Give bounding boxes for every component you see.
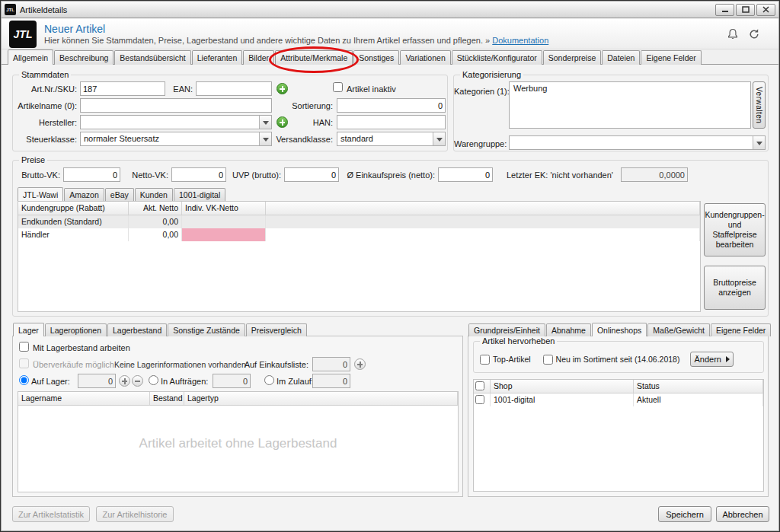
tab-beschreibung[interactable]: Beschreibung bbox=[54, 50, 113, 65]
han-input[interactable] bbox=[337, 115, 446, 129]
col-shop[interactable]: Shop bbox=[491, 380, 634, 393]
tab-dateien[interactable]: Dateien bbox=[602, 50, 640, 65]
top-artikel-label: Top-Artikel bbox=[493, 355, 531, 364]
table-row-endkunden[interactable]: Endkunden (Standard) 0,00 bbox=[18, 215, 700, 228]
auf-lager-plus-icon[interactable] bbox=[119, 375, 130, 387]
col-lagername[interactable]: Lagername bbox=[18, 392, 150, 405]
tab-sonstiges[interactable]: Sonstiges bbox=[353, 50, 399, 65]
im-zulauf-radio[interactable] bbox=[264, 375, 274, 385]
dropdown-arrow-icon[interactable] bbox=[753, 136, 765, 149]
tab-stueckliste-konfigurator[interactable]: Stückliste/Konfigurator bbox=[452, 50, 542, 65]
warengruppe-select[interactable] bbox=[509, 135, 766, 150]
kategorien-listbox[interactable]: Werbung bbox=[509, 81, 751, 129]
artikel-inaktiv-checkbox[interactable] bbox=[333, 82, 343, 92]
auf-lager-radio[interactable] bbox=[19, 375, 29, 385]
notification-bell-icon[interactable] bbox=[727, 28, 739, 40]
artnr-input[interactable] bbox=[80, 81, 165, 96]
speichern-button[interactable]: Speichern bbox=[658, 506, 711, 522]
kundengruppen-staffelpreise-button[interactable]: Kundengruppen- und Staffelpreise bearbei… bbox=[704, 203, 766, 256]
kategorisierung-group: Kategorisierung Kategorien (1): Werbung … bbox=[453, 75, 769, 151]
col-select-all[interactable] bbox=[474, 380, 491, 393]
table-row-haendler[interactable]: Händler 0,00 bbox=[18, 228, 700, 241]
cell-indiv-vk-netto-highlighted[interactable] bbox=[182, 228, 266, 241]
auf-lager-minus-icon[interactable] bbox=[132, 375, 143, 387]
einkaufspreis-input[interactable] bbox=[438, 167, 493, 182]
tab-variationen[interactable]: Variationen bbox=[400, 50, 450, 65]
tab-allgemein[interactable]: Allgemein bbox=[8, 49, 53, 65]
preistab-1001-digital[interactable]: 1001-digital bbox=[174, 188, 225, 201]
lagertab-preisvergleich[interactable]: Preisvergleich bbox=[246, 323, 307, 336]
lagertab-lageroptionen[interactable]: Lageroptionen bbox=[45, 323, 107, 336]
lagertab-sonstige-zustaende[interactable]: Sonstige Zustände bbox=[168, 323, 245, 336]
ean-input[interactable] bbox=[196, 81, 272, 96]
im-zulauf-input[interactable] bbox=[312, 374, 350, 388]
titlebar[interactable]: JTL Artikeldetails bbox=[2, 2, 778, 18]
shop-row-checkbox[interactable] bbox=[475, 395, 484, 404]
zur-artikelstatistik-button[interactable]: Zur Artikelstatistik bbox=[12, 506, 90, 522]
in-auftraegen-input[interactable] bbox=[213, 374, 251, 388]
cell-indiv-vk-netto[interactable] bbox=[182, 215, 266, 228]
steuerklasse-select[interactable]: normaler Steuersatz bbox=[80, 132, 272, 146]
netto-vk-input[interactable] bbox=[171, 167, 226, 182]
tab-eigene-felder[interactable]: Eigene Felder bbox=[641, 50, 701, 65]
shoptab-grundpreis-einheit[interactable]: Grundpreis/Einheit bbox=[468, 323, 545, 336]
shoptab-masse-gewicht[interactable]: Maße/Gewicht bbox=[647, 323, 710, 336]
auf-einkaufsliste-input[interactable] bbox=[312, 357, 350, 371]
tab-lieferanten[interactable]: Lieferanten bbox=[192, 50, 243, 65]
abbrechen-button[interactable]: Abbrechen bbox=[716, 506, 769, 522]
auf-lager-input[interactable] bbox=[78, 374, 116, 388]
tab-sonderpreise[interactable]: Sonderpreise bbox=[543, 50, 601, 65]
artnr-label: Art.Nr./SKU: bbox=[14, 84, 77, 94]
col-indiv-vk-netto[interactable]: Indiv. VK-Netto bbox=[182, 202, 266, 215]
maximize-button[interactable] bbox=[736, 4, 755, 16]
verwalten-button[interactable]: Verwalten bbox=[753, 81, 766, 129]
brutto-vk-input[interactable] bbox=[63, 167, 120, 182]
ueberverkaeufe-checkbox[interactable] bbox=[19, 358, 29, 368]
tab-bestandsuebersicht[interactable]: Bestandsübersicht bbox=[114, 50, 190, 65]
sortierung-input[interactable] bbox=[337, 98, 446, 113]
zur-artikelhistorie-button[interactable]: Zur Artikelhistorie bbox=[96, 506, 174, 522]
preistab-ebay[interactable]: eBay bbox=[105, 188, 134, 201]
bruttopreise-anzeigen-button[interactable]: Bruttopreise anzeigen bbox=[704, 266, 766, 310]
shoptab-abnahme[interactable]: Abnahme bbox=[546, 323, 591, 336]
table-row-1001-digital[interactable]: 1001-digital Aktuell bbox=[474, 393, 763, 406]
einkaufsliste-plus-icon[interactable] bbox=[354, 358, 366, 370]
add-ean-icon[interactable] bbox=[277, 83, 288, 94]
tab-attribute-merkmale-label: Attribute/Merkmale bbox=[280, 53, 347, 62]
artikeldetails-window: JTL Artikeldetails JTL Neuer Artikel Hie… bbox=[0, 0, 780, 532]
kategorie-item-werbung[interactable]: Werbung bbox=[510, 82, 750, 94]
dokumentation-link[interactable]: Dokumentation bbox=[492, 36, 548, 45]
shoptab-onlineshops[interactable]: Onlineshops bbox=[592, 323, 647, 336]
shoptab-eigene-felder[interactable]: Eigene Felder bbox=[711, 323, 771, 336]
col-lagertyp[interactable]: Lagertyp bbox=[184, 392, 458, 405]
tab-attribute-merkmale[interactable]: Attribute/Merkmale bbox=[275, 50, 353, 65]
minimize-icon bbox=[721, 6, 729, 13]
lagertab-lagerbestand[interactable]: Lagerbestand bbox=[107, 323, 167, 336]
top-artikel-checkbox[interactable] bbox=[480, 355, 490, 365]
sync-icon[interactable] bbox=[748, 28, 760, 40]
minimize-button[interactable] bbox=[715, 4, 734, 16]
uvp-input[interactable] bbox=[284, 167, 339, 182]
hersteller-select[interactable] bbox=[80, 115, 272, 129]
neu-im-sortiment-checkbox[interactable] bbox=[543, 355, 553, 365]
uvp-label: UVP (brutto): bbox=[231, 170, 281, 180]
mit-lagerbestand-checkbox[interactable] bbox=[19, 342, 29, 352]
col-akt-netto[interactable]: Akt. Netto bbox=[129, 202, 182, 215]
artikelname-input[interactable] bbox=[80, 98, 272, 113]
col-kundengruppe[interactable]: Kundengruppe (Rabatt) bbox=[18, 202, 129, 215]
dropdown-arrow-icon[interactable] bbox=[433, 132, 445, 145]
select-all-checkbox[interactable] bbox=[475, 381, 484, 390]
col-bestand[interactable]: Bestand bbox=[150, 392, 184, 405]
preistab-kunden[interactable]: Kunden bbox=[135, 188, 173, 201]
lagertab-lager[interactable]: Lager bbox=[13, 323, 44, 336]
close-button[interactable] bbox=[756, 4, 775, 16]
tab-bilder[interactable]: Bilder bbox=[243, 50, 274, 65]
aendern-button[interactable]: Ändern bbox=[690, 352, 733, 367]
menu-arrow-icon bbox=[726, 356, 730, 362]
versandklasse-select[interactable]: standard bbox=[337, 132, 446, 146]
steuerklasse-value: normaler Steuersatz bbox=[84, 134, 256, 143]
preistab-jtl-wawi[interactable]: JTL-Wawi bbox=[18, 187, 63, 201]
col-status[interactable]: Status bbox=[634, 380, 763, 393]
preistab-amazon[interactable]: Amazon bbox=[64, 188, 104, 201]
in-auftraegen-radio[interactable] bbox=[149, 375, 158, 385]
